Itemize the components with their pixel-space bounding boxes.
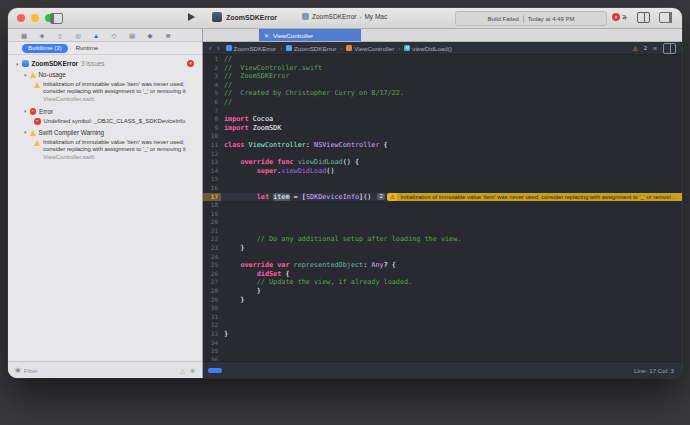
code-line[interactable]: 22 // Do any additional setup after load… xyxy=(203,235,682,244)
code-line[interactable]: 33} xyxy=(203,330,682,339)
line-number[interactable]: 23 xyxy=(203,244,221,253)
issue-group[interactable]: ▾No-usage xyxy=(8,69,202,80)
source-control-navigator-icon[interactable]: ◈ xyxy=(33,30,51,41)
breadcrumb-item[interactable]: ViewController xyxy=(346,45,394,52)
breakpoints-navigator-icon[interactable]: ◆ xyxy=(141,30,159,41)
line-number[interactable]: 17 xyxy=(203,193,221,202)
file-warning-icon[interactable]: ⚠ xyxy=(632,45,637,52)
code-line[interactable]: 12 xyxy=(203,150,682,159)
close-tab-icon[interactable]: ✕ xyxy=(264,32,269,39)
history-back-forward[interactable]: ‹ › xyxy=(209,45,222,52)
code-line[interactable]: 28 } xyxy=(203,287,682,296)
code-line[interactable]: 10 xyxy=(203,132,682,141)
code-line[interactable]: 5// Created by Christopher Curry on 8/17… xyxy=(203,89,682,98)
line-number[interactable]: 7 xyxy=(203,107,221,116)
issues-navigator-icon[interactable]: ▲ xyxy=(87,30,105,41)
line-number[interactable]: 2 xyxy=(203,64,221,73)
project-navigator-icon[interactable]: ▦ xyxy=(15,30,33,41)
line-number[interactable]: 34 xyxy=(203,339,221,348)
line-number[interactable]: 15 xyxy=(203,175,221,184)
line-number[interactable]: 13 xyxy=(203,158,221,167)
code-line[interactable]: 21 xyxy=(203,227,682,236)
line-number[interactable]: 28 xyxy=(203,287,221,296)
code-line[interactable]: 15 xyxy=(203,175,682,184)
bookmarks-navigator-icon[interactable]: ▯ xyxy=(51,30,69,41)
line-number[interactable]: 1 xyxy=(203,55,221,64)
line-number[interactable]: 24 xyxy=(203,253,221,262)
code-line[interactable]: 4// xyxy=(203,81,682,90)
disclosure-icon[interactable]: ▾ xyxy=(24,129,27,135)
line-number[interactable]: 9 xyxy=(203,124,221,133)
scheme-selector[interactable]: ZoomSDKError › My Mac xyxy=(302,13,387,20)
line-number[interactable]: 31 xyxy=(203,313,221,322)
line-number[interactable]: 25 xyxy=(203,261,221,270)
code-line[interactable]: 27 // Update the view, if already loaded… xyxy=(203,278,682,287)
code-line[interactable]: 14 super.viewDidLoad() xyxy=(203,167,682,176)
line-number[interactable]: 35 xyxy=(203,347,221,356)
reports-navigator-icon[interactable]: ≣ xyxy=(159,30,177,41)
line-number[interactable]: 32 xyxy=(203,321,221,330)
library-button[interactable]: + xyxy=(623,13,628,23)
tab-runtime[interactable]: Runtime xyxy=(76,45,98,51)
activity-status[interactable]: Build Failed Today at 4:49 PM xyxy=(455,11,607,26)
editor-layout-button[interactable] xyxy=(637,12,650,23)
errors-filter-toggle[interactable]: ⊗ xyxy=(190,367,195,374)
line-number[interactable]: 3 xyxy=(203,72,221,81)
line-number[interactable]: 19 xyxy=(203,210,221,219)
tests-navigator-icon[interactable]: ◇ xyxy=(105,30,123,41)
line-number[interactable]: 27 xyxy=(203,278,221,287)
navigator-toggle-button[interactable] xyxy=(50,13,63,24)
line-number[interactable]: 11 xyxy=(203,141,221,150)
code-line[interactable]: 16 xyxy=(203,184,682,193)
code-line[interactable]: 7 xyxy=(203,107,682,116)
disclosure-icon[interactable]: ▾ xyxy=(24,72,27,78)
line-number[interactable]: 22 xyxy=(203,235,221,244)
tab-viewcontroller[interactable]: ✕ ViewController xyxy=(259,29,361,41)
code-line[interactable]: 2// ViewController.swift xyxy=(203,64,682,73)
code-line[interactable]: 23 } xyxy=(203,244,682,253)
code-line[interactable]: 13 override func viewDidLoad() { xyxy=(203,158,682,167)
issue-root-row[interactable]: ▾ ZoomSDKError 3 issues × xyxy=(8,58,202,69)
code-line[interactable]: 6// xyxy=(203,98,682,107)
disclosure-icon[interactable]: ▾ xyxy=(24,108,27,114)
line-number[interactable]: 26 xyxy=(203,270,221,279)
issue-item[interactable]: ×Undefined symbol: _OBJC_CLASS_$_SDKDevi… xyxy=(8,117,202,127)
code-line[interactable]: 8import Cocoa xyxy=(203,115,682,124)
close-button[interactable] xyxy=(17,14,25,22)
inspector-toggle-button[interactable] xyxy=(659,12,672,23)
line-number[interactable]: 8 xyxy=(203,115,221,124)
line-number[interactable]: 6 xyxy=(203,98,221,107)
issue-item[interactable]: Initialization of immutable value 'item'… xyxy=(8,80,202,106)
line-number[interactable]: 18 xyxy=(203,201,221,210)
code-line[interactable]: 25 override var representedObject: Any? … xyxy=(203,261,682,270)
line-number[interactable]: 20 xyxy=(203,218,221,227)
code-line[interactable]: 34 xyxy=(203,339,682,348)
code-line[interactable]: 29 } xyxy=(203,296,682,305)
debug-navigator-icon[interactable]: ▤ xyxy=(123,30,141,41)
issue-count-badge[interactable]: 2 xyxy=(377,193,385,200)
line-number[interactable]: 29 xyxy=(203,296,221,305)
code-line[interactable]: 1// xyxy=(203,55,682,64)
disclosure-icon[interactable]: ▾ xyxy=(16,61,19,67)
code-line[interactable]: 18 xyxy=(203,201,682,210)
line-number[interactable]: 5 xyxy=(203,89,221,98)
minimize-button[interactable] xyxy=(31,14,39,22)
find-navigator-icon[interactable]: ◎ xyxy=(69,30,87,41)
line-number[interactable]: 12 xyxy=(203,150,221,159)
line-number[interactable]: 14 xyxy=(203,167,221,176)
filter-field[interactable]: Filter xyxy=(24,367,38,374)
code-line[interactable]: 35 xyxy=(203,347,682,356)
breadcrumb-item[interactable]: ZoomSDKError xyxy=(226,45,276,52)
code-line[interactable]: 17 let item = [SDKDeviceInfo]()2⚠Initial… xyxy=(203,193,682,202)
code-line[interactable]: 32 xyxy=(203,321,682,330)
run-button[interactable] xyxy=(188,13,195,21)
line-number[interactable]: 33 xyxy=(203,330,221,339)
code-line[interactable]: 9import ZoomSDK xyxy=(203,124,682,133)
code-line[interactable]: 30 xyxy=(203,304,682,313)
breadcrumb-item[interactable]: MviewDidLoad() xyxy=(404,45,452,52)
code-line[interactable]: 3// ZoomSDKError xyxy=(203,72,682,81)
code-line[interactable]: 26 didSet { xyxy=(203,270,682,279)
add-editor-icon[interactable] xyxy=(663,43,676,54)
editor-options-icon[interactable]: ≡ xyxy=(653,45,657,52)
code-line[interactable]: 19 xyxy=(203,210,682,219)
